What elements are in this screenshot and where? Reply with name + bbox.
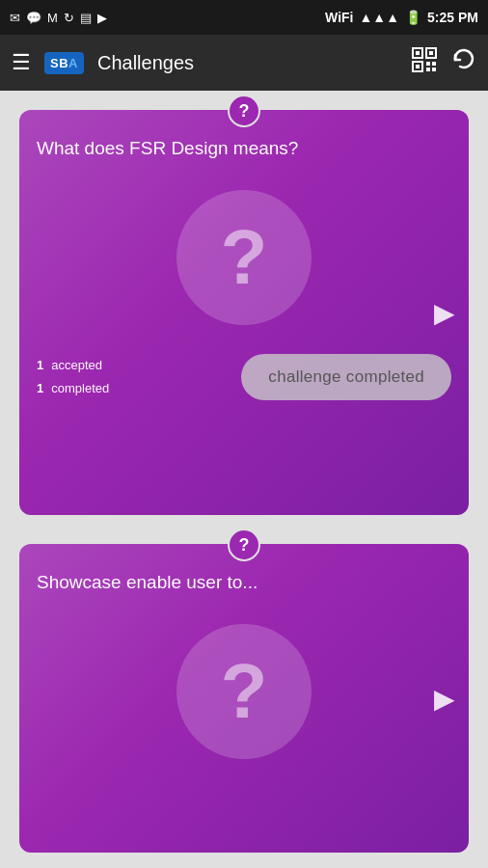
app-bar-actions [411, 46, 476, 79]
signal-icon: ▲▲▲ [360, 10, 400, 25]
challenge-card-1-wrapper: ? What does FSR Design means? ? ▶ 1 acce… [19, 110, 469, 515]
app-title: Challenges [97, 52, 397, 74]
challenge-card-2-wrapper: ? Showcase enable user to... ? ▶ [19, 544, 469, 853]
sba-logo: SBA [44, 52, 84, 74]
challenge-completed-button[interactable]: challenge completed [241, 354, 451, 400]
message-icon: ✉ [10, 11, 20, 25]
accepted-stat: 1 accepted [37, 354, 109, 376]
challenge-card-2: Showcase enable user to... ? ▶ [19, 544, 469, 853]
svg-rect-8 [426, 68, 430, 71]
wifi-icon: WiFi [325, 10, 353, 25]
challenge-icon-circle-2: ? [176, 624, 312, 759]
challenge-badge-1: ? [228, 95, 260, 127]
status-bar-left: ✉ 💬 M ↻ ▤ ▶ [10, 11, 107, 25]
challenge-question-1: What does FSR Design means? [37, 129, 451, 161]
status-bar-right: WiFi ▲▲▲ 🔋 5:25 PM [325, 10, 478, 25]
app-bar: ☰ SBA Challenges [0, 35, 488, 91]
challenge-card-1: What does FSR Design means? ? ▶ 1 accept… [19, 110, 469, 515]
question-mark-icon-1: ? [221, 219, 268, 296]
svg-rect-1 [416, 51, 420, 55]
doc-icon: ▤ [80, 11, 92, 25]
challenge-question-2: Showcase enable user to... [37, 563, 451, 595]
challenge-footer-1: 1 accepted 1 completed challenge complet… [37, 354, 451, 400]
challenge-badge-2: ? [228, 529, 260, 561]
refresh-icon[interactable] [451, 47, 476, 78]
challenge-icon-circle-1: ? [176, 190, 312, 325]
status-bar: ✉ 💬 M ↻ ▤ ▶ WiFi ▲▲▲ 🔋 5:25 PM [0, 0, 488, 35]
svg-rect-7 [432, 62, 436, 66]
challenge-stats-1: 1 accepted 1 completed [37, 354, 109, 399]
question-mark-icon-2: ? [221, 653, 268, 730]
main-content: ? What does FSR Design means? ? ▶ 1 acce… [0, 91, 488, 868]
hamburger-menu-icon[interactable]: ☰ [12, 50, 31, 75]
svg-rect-9 [432, 68, 436, 71]
play-arrow-2[interactable]: ▶ [434, 683, 455, 715]
sync-icon: ↻ [64, 11, 74, 25]
play-icon: ▶ [97, 11, 107, 25]
completed-count: 1 [37, 377, 43, 399]
gmail-icon: M [47, 11, 58, 25]
svg-rect-3 [429, 51, 433, 55]
completed-stat: 1 completed [37, 377, 109, 399]
completed-label: completed [51, 377, 109, 399]
battery-icon: 🔋 [405, 10, 421, 25]
play-arrow-1[interactable]: ▶ [434, 297, 455, 329]
time-display: 5:25 PM [427, 10, 478, 25]
svg-rect-5 [416, 65, 420, 68]
accepted-label: accepted [51, 354, 102, 376]
accepted-count: 1 [37, 354, 43, 376]
qr-code-icon[interactable] [411, 46, 438, 79]
chat-icon: 💬 [26, 11, 41, 25]
svg-rect-6 [426, 62, 430, 66]
